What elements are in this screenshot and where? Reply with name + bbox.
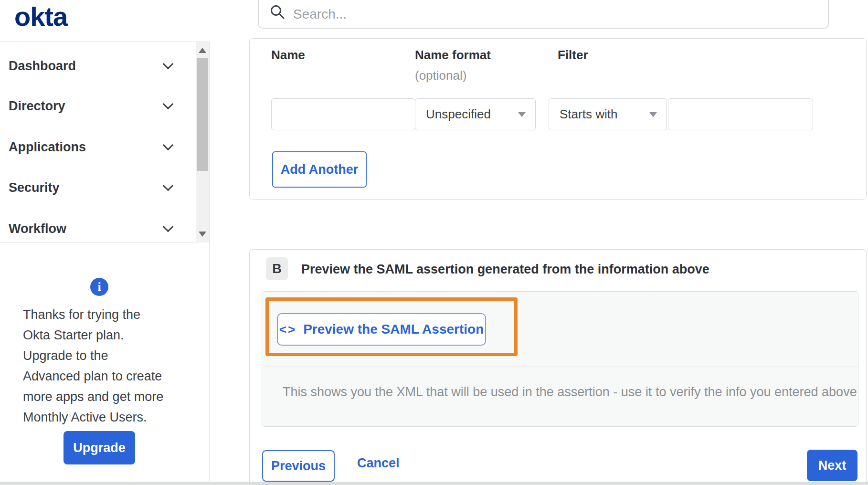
attribute-statements-card: Name Name format (optional) Filter Unspe… <box>249 38 867 200</box>
global-search[interactable] <box>258 0 829 29</box>
info-icon: i <box>90 278 108 296</box>
chevron-down-icon <box>163 99 174 110</box>
preview-button-label: Preview the SAML Assertion <box>303 322 484 337</box>
filter-type-value: Starts with <box>560 107 617 122</box>
viewport-bottom-edge <box>0 482 868 485</box>
step-b-badge: B <box>266 257 288 280</box>
cancel-link[interactable]: Cancel <box>357 456 400 471</box>
chevron-down-icon <box>163 180 174 191</box>
next-button[interactable]: Next <box>807 450 857 481</box>
sidebar-item-label: Workflow <box>9 221 66 236</box>
preview-section-title: Preview the SAML assertion generated fro… <box>301 262 709 277</box>
name-format-value: Unspecified <box>426 107 491 122</box>
chevron-down-icon <box>163 59 174 70</box>
filter-value-input[interactable] <box>668 98 813 130</box>
sidebar-nav: Dashboard Directory Applications Securit… <box>0 42 210 242</box>
sidebar-item-directory[interactable]: Directory <box>0 92 195 120</box>
sidebar-scrollbar[interactable] <box>196 42 209 242</box>
sidebar-right-border <box>209 42 210 485</box>
preview-well: <> Preview the SAML Assertion This shows… <box>262 291 858 427</box>
previous-button[interactable]: Previous <box>262 450 335 482</box>
chevron-down-icon <box>163 221 174 232</box>
search-icon <box>269 4 286 22</box>
okta-logo[interactable]: okta <box>14 1 67 32</box>
sidebar-item-workflow[interactable]: Workflow <box>0 214 195 243</box>
column-header-name-format: Name format <box>415 48 491 63</box>
preview-saml-assertion-button[interactable]: <> Preview the SAML Assertion <box>277 313 486 346</box>
preview-hint-text: This shows you the XML that will be used… <box>283 385 857 400</box>
sidebar-item-label: Applications <box>9 140 86 155</box>
scroll-up-icon[interactable] <box>199 48 206 53</box>
column-header-name: Name <box>271 48 305 63</box>
sidebar-item-security[interactable]: Security <box>0 173 195 202</box>
name-format-select[interactable]: Unspecified <box>415 98 536 130</box>
column-header-filter: Filter <box>558 48 588 63</box>
well-divider <box>262 367 858 367</box>
attribute-name-input[interactable] <box>271 98 415 130</box>
sidebar-item-label: Dashboard <box>9 59 76 74</box>
column-note-optional: (optional) <box>415 68 466 83</box>
upgrade-button[interactable]: Upgrade <box>64 431 135 464</box>
sidebar-item-dashboard[interactable]: Dashboard <box>0 52 195 80</box>
plan-promo-text: Thanks for trying the Okta Starter plan.… <box>23 305 166 428</box>
sidebar-item-label: Directory <box>9 99 65 114</box>
dropdown-arrow-icon <box>649 112 657 117</box>
scrollbar-thumb[interactable] <box>197 58 208 171</box>
chevron-down-icon <box>163 140 174 151</box>
scroll-down-icon[interactable] <box>199 232 206 237</box>
add-another-button[interactable]: Add Another <box>272 151 367 188</box>
preview-saml-card: B Preview the SAML assertion generated f… <box>249 249 867 485</box>
dropdown-arrow-icon <box>518 112 526 117</box>
okta-admin-screen: okta Dashboard Directory Applications Se… <box>0 0 868 485</box>
code-brackets-icon: <> <box>279 322 296 337</box>
sidebar-item-label: Security <box>9 180 60 195</box>
filter-type-select[interactable]: Starts with <box>549 98 667 130</box>
search-input[interactable] <box>293 7 794 22</box>
sidebar-item-applications[interactable]: Applications <box>0 133 195 161</box>
